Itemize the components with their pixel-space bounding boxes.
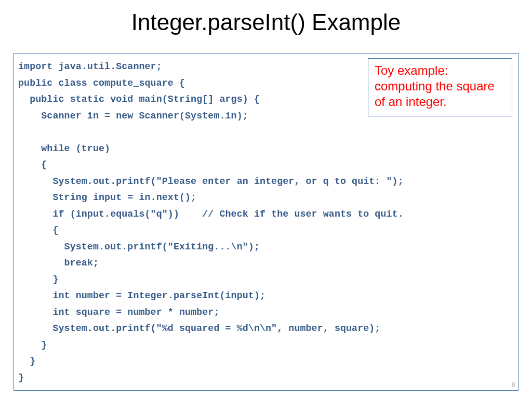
annotation-text: Toy example: computing the square of an … <box>375 63 506 110</box>
annotation-box: Toy example: computing the square of an … <box>368 58 512 116</box>
slide-title: Integer.parseInt() Example <box>0 0 532 42</box>
page-number: 8 <box>512 381 515 389</box>
